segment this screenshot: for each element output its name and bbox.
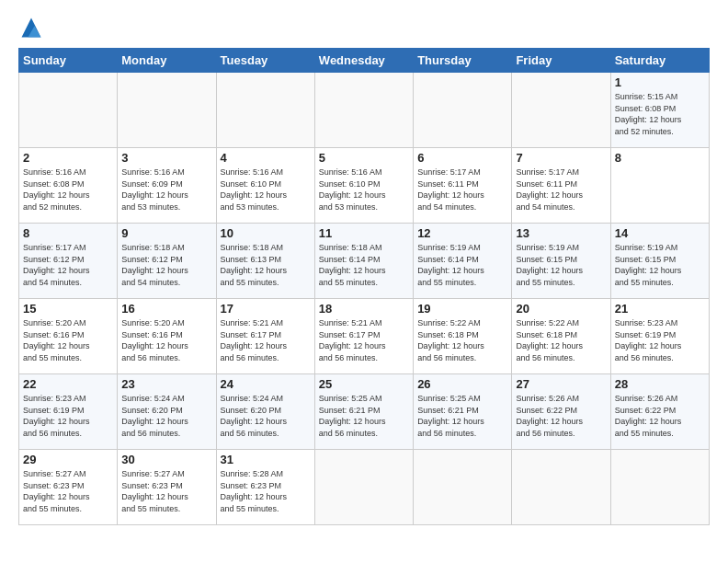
calendar-cell: 15Sunrise: 5:20 AM Sunset: 6:16 PM Dayli… <box>19 299 118 374</box>
day-number: 29 <box>23 453 113 466</box>
day-number: 12 <box>417 226 507 240</box>
day-number: 8 <box>615 151 705 165</box>
day-info: Sunrise: 5:26 AM Sunset: 6:22 PM Dayligh… <box>615 393 705 439</box>
calendar-cell: 12Sunrise: 5:19 AM Sunset: 6:14 PM Dayli… <box>414 224 512 299</box>
day-info: Sunrise: 5:26 AM Sunset: 6:22 PM Dayligh… <box>516 393 606 439</box>
day-info: Sunrise: 5:18 AM Sunset: 6:12 PM Dayligh… <box>121 242 211 288</box>
calendar-cell: 19Sunrise: 5:22 AM Sunset: 6:18 PM Dayli… <box>414 299 512 374</box>
day-number: 1 <box>615 75 705 89</box>
calendar-cell <box>512 450 610 525</box>
day-number: 22 <box>23 377 113 391</box>
day-info: Sunrise: 5:20 AM Sunset: 6:16 PM Dayligh… <box>121 317 211 363</box>
day-info: Sunrise: 5:28 AM Sunset: 6:23 PM Dayligh… <box>221 468 311 514</box>
calendar-cell: 6Sunrise: 5:17 AM Sunset: 6:11 PM Daylig… <box>414 148 512 224</box>
calendar-cell <box>19 73 118 148</box>
calendar-cell <box>610 450 709 525</box>
calendar-cell: 18Sunrise: 5:21 AM Sunset: 6:17 PM Dayli… <box>314 299 413 374</box>
logo <box>18 15 48 40</box>
weekday-header-row: SundayMondayTuesdayWednesdayThursdayFrid… <box>19 49 710 73</box>
weekday-header-tuesday: Tuesday <box>216 49 314 73</box>
calendar-cell <box>118 73 216 148</box>
calendar-cell: 26Sunrise: 5:25 AM Sunset: 6:21 PM Dayli… <box>414 374 512 450</box>
day-number: 19 <box>417 302 507 316</box>
day-number: 31 <box>221 453 311 466</box>
calendar-cell <box>512 73 610 148</box>
day-number: 21 <box>615 302 705 316</box>
calendar-cell: 4Sunrise: 5:16 AM Sunset: 6:10 PM Daylig… <box>216 148 314 224</box>
day-info: Sunrise: 5:18 AM Sunset: 6:14 PM Dayligh… <box>319 242 409 288</box>
day-number: 23 <box>121 377 211 391</box>
day-info: Sunrise: 5:23 AM Sunset: 6:19 PM Dayligh… <box>615 317 705 363</box>
week-row-3: 8Sunrise: 5:17 AM Sunset: 6:12 PM Daylig… <box>19 224 710 299</box>
calendar-cell: 28Sunrise: 5:26 AM Sunset: 6:22 PM Dayli… <box>610 374 709 450</box>
day-number: 11 <box>319 226 409 240</box>
day-info: Sunrise: 5:19 AM Sunset: 6:15 PM Dayligh… <box>615 242 705 288</box>
calendar-table: SundayMondayTuesdayWednesdayThursdayFrid… <box>18 48 710 525</box>
day-info: Sunrise: 5:24 AM Sunset: 6:20 PM Dayligh… <box>121 393 211 439</box>
day-info: Sunrise: 5:16 AM Sunset: 6:08 PM Dayligh… <box>23 167 113 213</box>
calendar-cell: 31Sunrise: 5:28 AM Sunset: 6:23 PM Dayli… <box>216 450 314 525</box>
calendar-cell: 20Sunrise: 5:22 AM Sunset: 6:18 PM Dayli… <box>512 299 610 374</box>
day-number: 9 <box>121 226 211 240</box>
day-number: 5 <box>319 151 409 165</box>
day-number: 2 <box>23 151 113 165</box>
day-number: 24 <box>221 377 311 391</box>
calendar-cell <box>314 450 413 525</box>
day-number: 7 <box>516 151 606 165</box>
calendar-cell: 22Sunrise: 5:23 AM Sunset: 6:19 PM Dayli… <box>19 374 118 450</box>
weekday-header-friday: Friday <box>512 49 610 73</box>
week-row-4: 15Sunrise: 5:20 AM Sunset: 6:16 PM Dayli… <box>19 299 710 374</box>
calendar-cell: 5Sunrise: 5:16 AM Sunset: 6:10 PM Daylig… <box>314 148 413 224</box>
calendar-cell: 30Sunrise: 5:27 AM Sunset: 6:23 PM Dayli… <box>118 450 216 525</box>
calendar-container: SundayMondayTuesdayWednesdayThursdayFrid… <box>0 0 728 534</box>
day-info: Sunrise: 5:25 AM Sunset: 6:21 PM Dayligh… <box>417 393 507 439</box>
day-number: 13 <box>516 226 606 240</box>
calendar-cell: 24Sunrise: 5:24 AM Sunset: 6:20 PM Dayli… <box>216 374 314 450</box>
day-number: 17 <box>221 302 311 316</box>
calendar-cell: 3Sunrise: 5:16 AM Sunset: 6:09 PM Daylig… <box>118 148 216 224</box>
calendar-cell: 21Sunrise: 5:23 AM Sunset: 6:19 PM Dayli… <box>610 299 709 374</box>
week-row-2: 2Sunrise: 5:16 AM Sunset: 6:08 PM Daylig… <box>19 148 710 224</box>
day-info: Sunrise: 5:21 AM Sunset: 6:17 PM Dayligh… <box>221 317 311 363</box>
day-number: 15 <box>23 302 113 316</box>
weekday-header-monday: Monday <box>118 49 216 73</box>
day-number: 25 <box>319 377 409 391</box>
header <box>18 15 710 40</box>
day-info: Sunrise: 5:16 AM Sunset: 6:10 PM Dayligh… <box>221 167 311 213</box>
calendar-cell <box>414 73 512 148</box>
calendar-cell: 7Sunrise: 5:17 AM Sunset: 6:11 PM Daylig… <box>512 148 610 224</box>
day-number: 10 <box>221 226 311 240</box>
day-info: Sunrise: 5:15 AM Sunset: 6:08 PM Dayligh… <box>615 91 705 137</box>
day-number: 6 <box>417 151 507 165</box>
day-info: Sunrise: 5:23 AM Sunset: 6:19 PM Dayligh… <box>23 393 113 439</box>
calendar-cell: 10Sunrise: 5:18 AM Sunset: 6:13 PM Dayli… <box>216 224 314 299</box>
weekday-header-thursday: Thursday <box>414 49 512 73</box>
day-number: 3 <box>121 151 211 165</box>
day-info: Sunrise: 5:27 AM Sunset: 6:23 PM Dayligh… <box>121 468 211 514</box>
day-info: Sunrise: 5:19 AM Sunset: 6:15 PM Dayligh… <box>516 242 606 288</box>
day-info: Sunrise: 5:17 AM Sunset: 6:11 PM Dayligh… <box>516 167 606 213</box>
day-info: Sunrise: 5:24 AM Sunset: 6:20 PM Dayligh… <box>221 393 311 439</box>
calendar-cell: 1Sunrise: 5:15 AM Sunset: 6:08 PM Daylig… <box>610 73 709 148</box>
week-row-5: 22Sunrise: 5:23 AM Sunset: 6:19 PM Dayli… <box>19 374 710 450</box>
week-row-1: 1Sunrise: 5:15 AM Sunset: 6:08 PM Daylig… <box>19 73 710 148</box>
calendar-cell: 8 <box>610 148 709 224</box>
day-info: Sunrise: 5:27 AM Sunset: 6:23 PM Dayligh… <box>23 468 113 514</box>
weekday-header-sunday: Sunday <box>19 49 118 73</box>
day-number: 26 <box>417 377 507 391</box>
day-number: 18 <box>319 302 409 316</box>
day-info: Sunrise: 5:16 AM Sunset: 6:09 PM Dayligh… <box>121 167 211 213</box>
calendar-cell <box>414 450 512 525</box>
calendar-cell: 8Sunrise: 5:17 AM Sunset: 6:12 PM Daylig… <box>19 224 118 299</box>
calendar-cell: 27Sunrise: 5:26 AM Sunset: 6:22 PM Dayli… <box>512 374 610 450</box>
day-info: Sunrise: 5:22 AM Sunset: 6:18 PM Dayligh… <box>516 317 606 363</box>
day-number: 20 <box>516 302 606 316</box>
day-info: Sunrise: 5:21 AM Sunset: 6:17 PM Dayligh… <box>319 317 409 363</box>
day-info: Sunrise: 5:25 AM Sunset: 6:21 PM Dayligh… <box>319 393 409 439</box>
day-number: 8 <box>23 226 113 240</box>
calendar-cell: 25Sunrise: 5:25 AM Sunset: 6:21 PM Dayli… <box>314 374 413 450</box>
day-number: 28 <box>615 377 705 391</box>
calendar-cell: 29Sunrise: 5:27 AM Sunset: 6:23 PM Dayli… <box>19 450 118 525</box>
day-number: 4 <box>221 151 311 165</box>
day-number: 27 <box>516 377 606 391</box>
